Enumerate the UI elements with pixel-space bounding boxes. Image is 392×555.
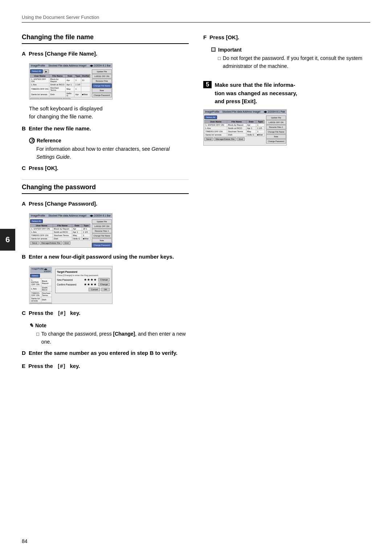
step-b1-label: B xyxy=(22,125,26,131)
step-d2-label: D xyxy=(22,350,26,356)
step-a1-label: A xyxy=(22,50,26,57)
important-icon: 🔲 xyxy=(211,47,216,53)
step-c2-label: C xyxy=(22,310,26,316)
mock-right-btns-5: Update File LARGE OFF ON Rename Files 1 … xyxy=(265,115,286,144)
step-f-label: F xyxy=(203,34,207,40)
mock-cancel-btn: Cancel xyxy=(89,288,101,291)
screenshot-step5: ImageProfile Stocked File-data Address I… xyxy=(203,109,287,146)
mock-pwd-dialog-area: Target Password Press [Change] to enter … xyxy=(53,266,113,304)
note-item-1: □ To change the password, press [Change]… xyxy=(36,330,189,346)
step-a1: A Press [Change File Name]. xyxy=(22,50,189,58)
ref-content: For information about how to enter chara… xyxy=(36,145,189,161)
section1-title: Changing the file name xyxy=(22,33,189,44)
mock-pwd-left: ImageProfile ◀▶ 2/2034 Select 1. ENTER O… xyxy=(29,266,53,304)
step-e2-text: Press the ［#］ key. xyxy=(28,363,80,369)
ref-title: ℛ Reference xyxy=(29,138,189,143)
caption1-line1: The soft keyboard is displayed xyxy=(29,105,103,112)
step-d2: D Enter the same number as you entered i… xyxy=(22,349,189,357)
mock-pwd-actions: Cancel OK xyxy=(57,288,110,291)
mock-left-2: Select All User Name File Name Date Type xyxy=(29,219,91,246)
mock-send-btn: Send xyxy=(30,98,39,100)
mock-extra-btn: ▶ xyxy=(44,69,49,73)
step-e2-label: E xyxy=(22,363,25,369)
mock-send-btn-2: Send xyxy=(30,241,39,245)
mock-header-2: ImageProfile Stocked File-data Address I… xyxy=(29,214,112,218)
mock-pwd-confirm-row: Confirm Password ★★★★ Change xyxy=(57,283,110,286)
step-e2: E Press the ［#］ key. xyxy=(22,362,189,370)
step-f-text: Press [OK]. xyxy=(209,34,239,40)
page-header: Using the Document Server Function xyxy=(22,15,370,23)
ref-italic-text: General Settings Guide xyxy=(36,146,170,160)
step-c1-text: Press [OK]. xyxy=(29,165,58,171)
step-b1: B Enter the new file name. xyxy=(22,125,189,133)
mock-pwd-bottom: Send Manage File xyxy=(30,303,52,304)
mock-pwd-title: Target Password xyxy=(57,271,110,273)
step5-header: 5 Make sure that the file informa-tion w… xyxy=(203,81,370,106)
mock-file-table-2: User Name File Name Date Type 1. ENTER O… xyxy=(30,224,90,240)
mock-change-btn: Change xyxy=(98,278,110,281)
note-title: ✎ Note xyxy=(29,323,189,328)
mock-pwd-table: 1. ENTER OFF ONBlock Report L AirsSmith … xyxy=(30,278,52,303)
mock-pwd-layout: ImageProfile ◀▶ 2/2034 Select 1. ENTER O… xyxy=(29,266,112,304)
mock-left-5: Select All User Name File Name Date Type xyxy=(204,115,265,144)
two-column-layout: Changing the file name A Press [Change F… xyxy=(22,33,370,376)
step-f: F Press [OK]. xyxy=(203,33,370,42)
mock-change-btn-2: Change xyxy=(98,283,110,286)
mock-bottom-2: Send Manage/Delete File End xyxy=(30,241,90,245)
mock-bottom-1: Send Manage/Delete File End xyxy=(30,98,90,100)
step-a2-text: Press [Change Password]. xyxy=(29,200,97,207)
step-c1-label: C xyxy=(22,165,26,171)
mock-toolbar-1: Select All ▶ xyxy=(30,69,90,73)
mock-manage-btn: Manage/Delete File xyxy=(40,98,62,100)
step-c2-text: Press the ［#］ key. xyxy=(29,310,80,316)
left-column: Changing the file name A Press [Change F… xyxy=(22,33,189,376)
mock-file-table-5: User Name File Name Date Type 1. ENTER O… xyxy=(204,120,265,137)
mock-body-1: Select All ▶ User Name File Name Date Ty… xyxy=(29,69,112,98)
mock-header-1: ImageProfile Stocked File-data Address I… xyxy=(29,64,112,68)
important-item-1-text: Do not forget the password. If you forge… xyxy=(223,54,370,70)
step-a1-text: Press [Change File Name]. xyxy=(29,50,97,57)
mock-right-btns-2: Update File LARGE OFF ON Rename Files 1 … xyxy=(91,219,112,246)
note-item-1-text: To change the password, press [Change], … xyxy=(41,330,189,346)
important-item-1: □ Do not forget the password. If you for… xyxy=(218,54,370,70)
mock-manage-btn-2: Manage/Delete File xyxy=(40,241,62,245)
caption1: The soft keyboard is displayed for chang… xyxy=(29,105,189,121)
mock-file-table: User Name File Name Date Type Dis/Sel 1.… xyxy=(30,74,90,97)
right-column: F Press [OK]. 🔲 Important □ Do not forge… xyxy=(203,33,370,376)
step5-number: 5 xyxy=(203,81,212,88)
page-container: 6 Using the Document Server Function Cha… xyxy=(0,0,392,555)
step5-text: Make sure that the file informa-tion was… xyxy=(215,81,297,106)
section-separator xyxy=(22,179,189,180)
step-a2-label: A xyxy=(22,200,26,207)
mock-end-btn-2: End xyxy=(63,241,70,245)
mock-toolbar-5: Select All xyxy=(204,116,265,119)
important-content: □ Do not forget the password. If you for… xyxy=(218,54,370,70)
section2-title: Changing the password xyxy=(22,183,189,194)
note-content: □ To change the password, press [Change]… xyxy=(36,330,189,346)
step-c2: C Press the ［#］ key. xyxy=(22,309,189,317)
chapter-tab: 6 xyxy=(0,229,15,251)
mock-select-all-btn: Select All xyxy=(30,69,43,73)
page-number: 84 xyxy=(22,538,28,544)
mock-body-5: Select All User Name File Name Date Type xyxy=(204,115,286,144)
mock-header-5: ImageProfile Stocked File-data Address I… xyxy=(204,110,286,114)
mock-body-2: Select All User Name File Name Date Type xyxy=(29,219,112,246)
screenshot-password-dialog: ImageProfile ◀▶ 2/2034 Select 1. ENTER O… xyxy=(29,266,113,304)
reference-icon: ℛ xyxy=(29,138,35,143)
important-title: 🔲 Important xyxy=(211,47,370,53)
mock-right-btns-1: Update File LARGE OFF ON Rename Files Ch… xyxy=(91,69,112,98)
important-box: 🔲 Important □ Do not forget the password… xyxy=(211,47,370,70)
mock-pwd-new-row: New Password ★★★★ Change xyxy=(57,278,110,281)
step-b1-text: Enter the new file name. xyxy=(29,125,91,131)
step-c1: C Press [OK]. xyxy=(22,164,189,173)
important-title-text: Important xyxy=(218,47,242,53)
mock-toolbar-2: Select All xyxy=(30,219,90,223)
mock-pwd-header: ImageProfile ◀▶ 2/2034 xyxy=(30,267,52,273)
checkbox-sym-1: □ xyxy=(36,331,39,338)
checkbox-sym-imp: □ xyxy=(218,55,221,62)
screenshot-change-file-name: ImageProfile Stocked File-data Address I… xyxy=(29,63,113,100)
section1-title-text: Changing the file name xyxy=(22,33,94,41)
mock-left-1: Select All ▶ User Name File Name Date Ty… xyxy=(29,69,91,98)
chapter-number: 6 xyxy=(5,235,10,244)
screenshot-change-password: ImageProfile Stocked File-data Address I… xyxy=(29,213,113,248)
